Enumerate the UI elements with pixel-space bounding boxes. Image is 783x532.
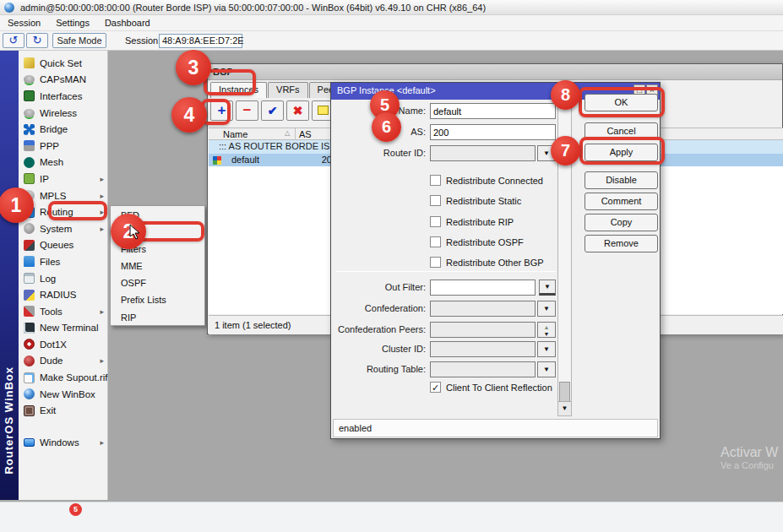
tab-vrfs[interactable]: VRFs: [268, 82, 308, 98]
checked-checkbox-icon: ✓: [430, 382, 441, 393]
column-name[interactable]: Name: [223, 129, 247, 139]
window-title: admin@50:00:00:08:00:00 (Router Borde IS…: [20, 3, 486, 13]
sidebar-item-interfaces[interactable]: Interfaces: [19, 88, 107, 105]
sidebar-item-new-terminal[interactable]: New Terminal: [19, 320, 107, 337]
instance-icon: [213, 156, 221, 165]
sidebar-item-system[interactable]: System▸: [19, 220, 107, 237]
cluster-id-input[interactable]: [430, 341, 536, 357]
menu-settings[interactable]: Settings: [48, 18, 97, 28]
submenu-item-ospf[interactable]: OSPF: [111, 274, 204, 291]
sidebar-item-dot1x[interactable]: Dot1X: [19, 336, 107, 353]
step-1-badge: 1: [0, 187, 34, 223]
sidebar-item-new-winbox[interactable]: New WinBox: [19, 386, 107, 403]
submenu-arrow-icon: ▸: [100, 307, 104, 316]
brand-strip: RouterOS WinBox: [0, 51, 19, 500]
sidebar-item-bridge[interactable]: Bridge: [19, 121, 107, 138]
wand-icon: [24, 57, 35, 68]
redistribute-connected-checkbox[interactable]: Redistribute Connected: [430, 174, 543, 187]
sidebar-item-ppp[interactable]: PPP: [19, 138, 107, 155]
copy-button[interactable]: Copy: [585, 214, 658, 231]
sidebar-item-exit[interactable]: Exit: [19, 402, 107, 419]
checkbox-icon: [430, 216, 441, 227]
redo-icon[interactable]: ↻: [26, 33, 48, 48]
sidebar-item-radius[interactable]: RADIUS: [19, 286, 107, 303]
dropdown-arrow-icon[interactable]: ▼: [537, 301, 556, 317]
redistribute-ospf-checkbox[interactable]: Redistribute OSPF: [430, 236, 524, 248]
step-4-badge: 4: [171, 97, 207, 133]
dropdown-arrow-icon[interactable]: ▼: [537, 361, 556, 377]
router-id-label: Router ID:: [331, 148, 426, 158]
sidebar-item-mesh[interactable]: Mesh: [19, 155, 107, 171]
sidebar-item-log[interactable]: Log: [19, 270, 107, 287]
disable-icon[interactable]: ✖: [286, 100, 309, 121]
confederation-peers-label: Confederation Peers:: [331, 324, 426, 334]
remove-icon[interactable]: −: [236, 100, 258, 121]
ppp-icon: [24, 140, 35, 151]
sidebar-item-make-supout[interactable]: Make Supout.rif: [19, 369, 107, 386]
target-icon: [24, 339, 35, 350]
step-3-badge: 3: [176, 50, 211, 85]
sidebar-item-tools[interactable]: Tools▸: [19, 303, 107, 320]
comment-button[interactable]: Comment: [585, 193, 658, 210]
terminal-icon: [24, 323, 35, 334]
disable-button[interactable]: Disable: [585, 171, 658, 189]
submenu-arrow-icon: ▸: [100, 192, 104, 200]
spinner-icon[interactable]: ▲▼: [537, 322, 556, 338]
name-input[interactable]: [430, 103, 556, 119]
activation-watermark: Activar W Ve a Configu: [720, 445, 778, 470]
confederation-input[interactable]: [430, 301, 536, 317]
menu-session[interactable]: Session: [0, 18, 48, 28]
sidebar-item-queues[interactable]: Queues: [19, 237, 107, 254]
safe-mode-button[interactable]: Safe Mode: [52, 33, 106, 48]
step-7-badge: 7: [551, 136, 580, 166]
out-filter-label: Out Filter:: [331, 282, 426, 292]
mouse-cursor: [129, 224, 141, 241]
undo-icon[interactable]: ↺: [3, 33, 24, 48]
app-toolbar: ↺ ↻ Safe Mode Session: 48:A9:8A:EE:D7:2E: [0, 31, 783, 51]
tools-icon: [24, 306, 35, 317]
sidebar-item-files[interactable]: Files: [19, 253, 107, 270]
sidebar-item-capsman[interactable]: CAPsMAN: [19, 72, 107, 89]
routing-table-input[interactable]: [430, 361, 536, 377]
sidebar-item-quick-set[interactable]: Quick Set: [19, 55, 107, 72]
column-as[interactable]: AS: [299, 129, 312, 139]
queues-icon: [24, 240, 35, 251]
notification-badge: 5: [69, 503, 82, 516]
client-to-client-reflection-checkbox[interactable]: ✓ Client To Client Reflection: [430, 381, 552, 394]
taskbar: [0, 502, 783, 532]
winbox-ball-icon: [24, 388, 35, 399]
load-arrow-icon[interactable]: ▼: [539, 280, 556, 296]
submenu-item-prefix-lists[interactable]: Prefix Lists: [111, 291, 204, 308]
out-filter-input[interactable]: [430, 280, 536, 296]
sidebar: Quick Set CAPsMAN Interfaces Wireless Br…: [19, 51, 108, 500]
confederation-label: Confederation:: [331, 303, 426, 313]
redistribute-static-checkbox[interactable]: Redistribute Static: [430, 194, 521, 207]
redistribute-rip-checkbox[interactable]: Redistribute RIP: [430, 215, 514, 228]
folder-icon: [24, 256, 35, 267]
menubar: Session Settings Dashboard: [0, 15, 783, 31]
scroll-down-icon[interactable]: ▼: [558, 401, 571, 415]
router-id-input[interactable]: [430, 145, 536, 161]
dropdown-arrow-icon[interactable]: ▼: [537, 341, 556, 357]
redistribute-other-bgp-checkbox[interactable]: Redistribute Other BGP: [430, 256, 544, 269]
enable-icon[interactable]: ✔: [261, 100, 284, 121]
dialog-status-bar: enabled: [333, 419, 658, 437]
remove-button[interactable]: Remove: [585, 235, 658, 252]
exit-icon: [24, 405, 35, 416]
as-input[interactable]: [430, 124, 556, 140]
scrollbar-thumb[interactable]: [559, 382, 570, 402]
menu-dashboard[interactable]: Dashboard: [97, 18, 158, 28]
session-value-field[interactable]: 48:A9:8A:EE:D7:2E: [159, 34, 242, 48]
submenu-item-rip[interactable]: RIP: [111, 309, 204, 326]
sidebar-item-dude[interactable]: Dude▸: [19, 353, 107, 370]
annotation-box-instances: [204, 69, 256, 95]
confederation-peers-input[interactable]: [430, 322, 536, 338]
sidebar-item-wireless[interactable]: Wireless: [19, 105, 107, 122]
separator: [336, 271, 556, 272]
submenu-item-mme[interactable]: MME: [111, 258, 204, 274]
log-icon: [24, 273, 35, 284]
sidebar-item-ip[interactable]: IP▸: [19, 171, 107, 187]
submenu-arrow-icon: ▸: [100, 225, 104, 233]
sidebar-item-windows[interactable]: Windows▸: [19, 434, 107, 451]
step-8-badge: 8: [551, 80, 580, 110]
